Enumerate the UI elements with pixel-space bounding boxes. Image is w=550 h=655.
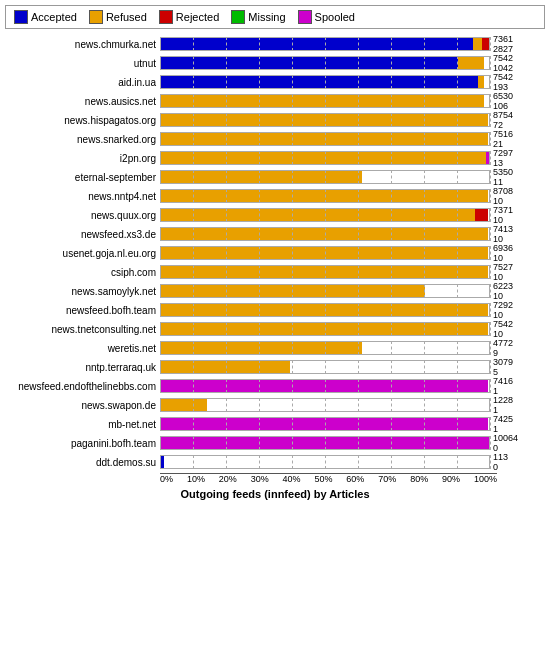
legend-item-missing: Missing [231, 10, 285, 24]
bar-segment [161, 456, 164, 468]
x-tick-0: 0% [160, 474, 173, 484]
row-label: news.snarked.org [5, 134, 160, 145]
bar-value: 73612827 [493, 34, 513, 55]
table-row: nntp.terraraq.uk30795 [5, 358, 545, 376]
bar-value: 875472 [493, 110, 513, 131]
x-tick-70: 70% [378, 474, 396, 484]
legend-label-missing: Missing [248, 11, 285, 23]
row-label: paganini.bofh.team [5, 438, 160, 449]
bar-segment [161, 399, 207, 411]
x-tick-50: 50% [314, 474, 332, 484]
x-tick-100: 100% [474, 474, 497, 484]
row-label: ddt.demos.su [5, 457, 160, 468]
row-label: csiph.com [5, 267, 160, 278]
table-row: aid.in.ua7542193 [5, 73, 545, 91]
bar-segment [161, 152, 486, 164]
bar-value: 737110 [493, 205, 513, 226]
bar-value: 622310 [493, 281, 513, 302]
table-row: newsfeed.xs3.de741310 [5, 225, 545, 243]
bar-segment [458, 57, 484, 69]
legend-box-accepted [14, 10, 28, 24]
bar-value: 7542193 [493, 72, 513, 93]
row-label: nntp.terraraq.uk [5, 362, 160, 373]
chart-area: news.chmurka.net73612827utnut75421042aid… [5, 35, 545, 471]
x-tick-90: 90% [442, 474, 460, 484]
bar-value: 535011 [493, 167, 513, 188]
bar-value: 6530106 [493, 91, 513, 112]
row-label: mb-net.net [5, 419, 160, 430]
row-label: newsfeed.xs3.de [5, 229, 160, 240]
table-row: newsfeed.endofthelinebbs.com74161 [5, 377, 545, 395]
legend-label-refused: Refused [106, 11, 147, 23]
table-row: news.chmurka.net73612827 [5, 35, 545, 53]
bar-value: 74161 [493, 376, 513, 397]
row-label: news.quux.org [5, 210, 160, 221]
table-row: news.hispagatos.org875472 [5, 111, 545, 129]
bar-segment [475, 209, 488, 221]
legend-box-refused [89, 10, 103, 24]
table-row: eternal-september535011 [5, 168, 545, 186]
chart-container: Accepted Refused Rejected Missing Spoole… [0, 0, 550, 655]
row-label: news.swapon.de [5, 400, 160, 411]
bar-segment [161, 285, 425, 297]
bar-value: 751621 [493, 129, 513, 150]
table-row: mb-net.net74251 [5, 415, 545, 433]
bar-value: 729210 [493, 300, 513, 321]
row-label: aid.in.ua [5, 77, 160, 88]
legend-box-rejected [159, 10, 173, 24]
x-axis-label: Outgoing feeds (innfeed) by Articles [5, 488, 545, 500]
bar-value: 754210 [493, 319, 513, 340]
x-tick-40: 40% [283, 474, 301, 484]
legend: Accepted Refused Rejected Missing Spoole… [5, 5, 545, 29]
legend-label-rejected: Rejected [176, 11, 219, 23]
row-label: news.ausics.net [5, 96, 160, 107]
row-label: news.samoylyk.net [5, 286, 160, 297]
bar-segment [486, 152, 489, 164]
row-label: news.chmurka.net [5, 39, 160, 50]
bar-segment [482, 38, 489, 50]
bar-value: 47729 [493, 338, 513, 359]
bar-value: 12281 [493, 395, 513, 416]
x-tick-10: 10% [187, 474, 205, 484]
row-label: eternal-september [5, 172, 160, 183]
row-label: news.nntp4.net [5, 191, 160, 202]
row-label: utnut [5, 58, 160, 69]
row-label: i2pn.org [5, 153, 160, 164]
x-tick-20: 20% [219, 474, 237, 484]
bar-segment [161, 38, 473, 50]
bar-segment [161, 209, 475, 221]
legend-label-accepted: Accepted [31, 11, 77, 23]
table-row: news.samoylyk.net622310 [5, 282, 545, 300]
bar-value: 870810 [493, 186, 513, 207]
table-row: news.snarked.org751621 [5, 130, 545, 148]
legend-item-rejected: Rejected [159, 10, 219, 24]
table-row: news.quux.org737110 [5, 206, 545, 224]
table-row: csiph.com752710 [5, 263, 545, 281]
table-row: ddt.demos.su1130 [5, 453, 545, 471]
bar-segment [478, 76, 485, 88]
table-row: i2pn.org729713 [5, 149, 545, 167]
bar-segment [161, 95, 484, 107]
row-label: usenet.goja.nl.eu.org [5, 248, 160, 259]
bar-value: 30795 [493, 357, 513, 378]
bar-segment [161, 76, 478, 88]
table-row: news.ausics.net6530106 [5, 92, 545, 110]
legend-item-spooled: Spooled [298, 10, 355, 24]
table-row: news.tnetconsulting.net754210 [5, 320, 545, 338]
legend-box-missing [231, 10, 245, 24]
legend-item-refused: Refused [89, 10, 147, 24]
bar-value: 741310 [493, 224, 513, 245]
bar-value: 75421042 [493, 53, 513, 74]
table-row: news.nntp4.net870810 [5, 187, 545, 205]
row-label: news.tnetconsulting.net [5, 324, 160, 335]
legend-label-spooled: Spooled [315, 11, 355, 23]
bar-value: 693610 [493, 243, 513, 264]
row-label: newsfeed.bofh.team [5, 305, 160, 316]
bar-segment [161, 57, 458, 69]
x-tick-30: 30% [251, 474, 269, 484]
row-label: news.hispagatos.org [5, 115, 160, 126]
bar-value: 74251 [493, 414, 513, 435]
bar-value: 100640 [493, 433, 518, 454]
table-row: paganini.bofh.team100640 [5, 434, 545, 452]
x-tick-60: 60% [346, 474, 364, 484]
